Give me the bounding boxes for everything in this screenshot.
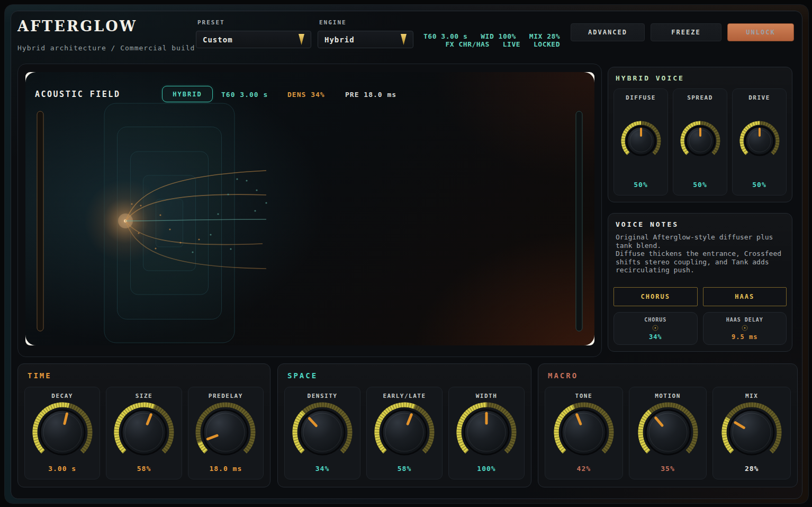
knob-early-late[interactable]	[374, 402, 435, 463]
knob-value-decay: 3.00 s	[48, 465, 76, 473]
acoustic-field-screen: ACOUSTIC FIELD HYBRID T60 3.00 s DENS 34…	[25, 72, 594, 345]
engine-label: ENGINE	[319, 19, 347, 26]
knob-card-width: WIDTH 100%	[448, 387, 525, 479]
voice-fx-buttons: CHORUS HAAS	[613, 287, 787, 306]
voice-notes-text: Original Afterglow-style diffuser plus t…	[616, 233, 785, 274]
macro-knobs: TONE 42%MOTION 35%MIX 28%	[545, 387, 791, 479]
haas-delay-mini-value: 9.5 ms	[732, 333, 757, 341]
chorus-mini-card[interactable]: CHORUS 34%	[613, 312, 698, 345]
chorus-mini-value: 34%	[649, 333, 662, 341]
chorus-button[interactable]: CHORUS	[613, 287, 698, 306]
knob-width[interactable]	[456, 402, 517, 463]
knob-card-decay: DECAY 3.00 s	[24, 387, 100, 479]
knob-label-mix: MIX	[745, 393, 758, 399]
voice-notes-title: VOICE NOTES	[616, 220, 679, 228]
knob-tone[interactable]	[553, 402, 615, 463]
haas-delay-mini-label: HAAS DELAY	[726, 317, 763, 323]
knob-value-early-late: 58%	[398, 465, 411, 473]
hybrid-voice-knobs: DIFFUSE 50%SPREAD 50%DRIVE 50%	[613, 88, 787, 195]
knob-label-size: SIZE	[136, 393, 153, 399]
hybrid-voice-title: HYBRID VOICE	[616, 74, 684, 82]
knob-label-drive: DRIVE	[748, 94, 770, 101]
knob-value-spread: 50%	[693, 181, 707, 189]
knob-card-mix: MIX 28%	[712, 387, 791, 479]
macro-panel: MACRO TONE 42%MOTION 35%MIX 28%	[538, 363, 798, 487]
knob-value-diffuse: 50%	[634, 181, 647, 189]
knob-card-density: DENSITY 34%	[284, 387, 360, 479]
advanced-button[interactable]: ADVANCED	[571, 23, 645, 41]
knob-spread[interactable]	[679, 120, 721, 162]
knob-label-spread: SPREAD	[687, 94, 713, 101]
preset-select[interactable]: Custom	[196, 31, 311, 48]
knob-label-density: DENSITY	[308, 393, 338, 399]
knob-label-motion: MOTION	[655, 393, 681, 399]
engine-value: Hybrid	[324, 35, 355, 44]
knob-diffuse[interactable]	[620, 120, 662, 162]
knob-density[interactable]	[292, 402, 353, 463]
knob-label-decay: DECAY	[51, 393, 73, 399]
acoustic-field-title: ACOUSTIC FIELD	[35, 90, 120, 99]
knob-predelay[interactable]	[195, 402, 256, 463]
chorus-mini-label: CHORUS	[644, 317, 666, 323]
knob-motion[interactable]	[637, 402, 699, 463]
knob-card-tone: TONE 42%	[545, 387, 623, 479]
acoustic-field-canvas[interactable]: ACOUSTIC FIELD HYBRID T60 3.00 s DENS 34…	[25, 72, 594, 345]
chevron-down-icon	[299, 34, 304, 45]
macro-title: MACRO	[548, 371, 578, 380]
haas-button[interactable]: HAAS	[703, 287, 787, 306]
preset-label: PRESET	[197, 19, 225, 26]
knob-card-diffuse: DIFFUSE 50%	[613, 88, 668, 195]
knob-value-drive: 50%	[752, 181, 766, 189]
freeze-button[interactable]: FREEZE	[651, 23, 721, 41]
hybrid-voice-panel: HYBRID VOICE DIFFUSE 50%SPREAD 50%DRIVE …	[608, 67, 792, 202]
knob-label-diffuse: DIFFUSE	[626, 94, 656, 101]
space-knobs: DENSITY 34%EARLY/LATE 58%WIDTH 100%	[284, 387, 525, 479]
viz-stat-predelay: PRE 18.0 ms	[345, 91, 396, 99]
mini-knob-icon	[741, 324, 748, 332]
app-subtitle: Hybrid architecture / Commercial build	[17, 44, 195, 52]
knob-value-width: 100%	[477, 465, 495, 473]
knob-card-spread: SPREAD 50%	[673, 88, 727, 195]
preset-value: Custom	[203, 35, 233, 44]
acoustic-field-graphic	[25, 72, 594, 345]
chevron-down-icon	[401, 34, 407, 45]
knob-size[interactable]	[113, 402, 175, 463]
knob-drive[interactable]	[738, 120, 781, 162]
knob-label-width: WIDTH	[476, 393, 498, 399]
left-level-slider[interactable]	[37, 111, 43, 331]
viz-stat-density: DENS 34%	[287, 91, 325, 99]
knob-value-density: 34%	[315, 465, 329, 473]
engine-select[interactable]: Hybrid	[318, 31, 413, 48]
knob-value-tone: 42%	[577, 465, 591, 473]
knob-label-tone: TONE	[575, 393, 593, 399]
right-level-slider[interactable]	[576, 111, 582, 331]
time-knobs: DECAY 3.00 sSIZE 58%PREDELAY 18.0 ms	[24, 387, 264, 479]
knob-card-motion: MOTION 35%	[629, 387, 707, 479]
knob-label-predelay: PREDELAY	[209, 393, 243, 399]
knob-value-predelay: 18.0 ms	[209, 465, 242, 473]
time-title: TIME	[28, 371, 52, 380]
haas-delay-mini-card[interactable]: HAAS DELAY 9.5 ms	[703, 312, 787, 345]
knob-value-motion: 35%	[661, 465, 674, 473]
unlock-button[interactable]: UNLOCK	[727, 23, 794, 41]
knob-value-mix: 28%	[745, 465, 759, 473]
space-title: SPACE	[287, 371, 318, 380]
knob-decay[interactable]	[32, 402, 93, 463]
knob-value-size: 58%	[137, 465, 151, 473]
knob-card-drive: DRIVE 50%	[732, 88, 787, 195]
knob-label-early-late: EARLY/LATE	[383, 393, 426, 399]
knob-card-predelay: PREDELAY 18.0 ms	[188, 387, 264, 479]
voice-fx-mini-cards: CHORUS 34% HAAS DELAY 9.5 ms	[613, 312, 787, 345]
engine-mode-badge[interactable]: HYBRID	[162, 86, 213, 102]
viz-stat-t60: T60 3.00 s	[221, 91, 268, 99]
voice-notes-panel: VOICE NOTES Original Afterglow-style dif…	[608, 213, 792, 352]
status-readout: T60 3.00 s WID 100% MIX 28% FX CHR/HAS L…	[423, 32, 560, 48]
app-logo: AFTERGLOW	[17, 18, 137, 34]
time-panel: TIME DECAY 3.00 sSIZE 58%PREDELAY 18.0 m…	[17, 363, 270, 487]
knob-card-size: SIZE 58%	[106, 387, 182, 479]
space-panel: SPACE DENSITY 34%EARLY/LATE 58%WIDTH 100…	[277, 363, 531, 487]
knob-mix[interactable]	[721, 402, 782, 463]
knob-card-early-late: EARLY/LATE 58%	[366, 387, 443, 479]
mini-knob-icon	[652, 324, 659, 332]
